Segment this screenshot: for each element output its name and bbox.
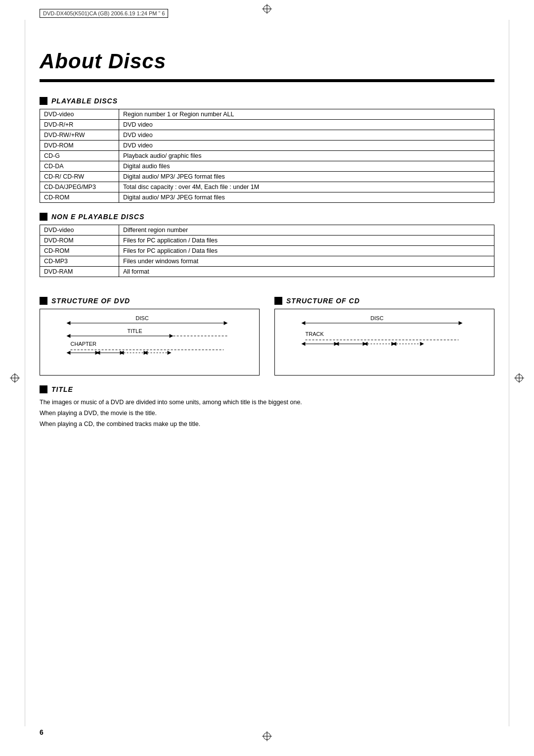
table-row: DVD-ROMFiles for PC application / Data f… — [40, 236, 494, 246]
reg-mark-right — [514, 373, 524, 383]
dvd-diagram-svg: DISC TITLE CHAPTER — [47, 313, 252, 368]
svg-marker-13 — [67, 321, 71, 325]
svg-marker-43 — [364, 342, 368, 346]
side-line-right — [509, 20, 509, 726]
disc-desc: Total disc capacity : over 4M, Each file… — [119, 182, 494, 192]
disc-desc: Files under windows format — [119, 256, 494, 267]
disc-desc: DVD video — [119, 130, 494, 141]
title-section-label: Title — [51, 385, 73, 393]
section-icon-dvd — [40, 297, 47, 305]
non-playable-discs-table: DVD-videoDifferent region numberDVD-ROMF… — [40, 225, 494, 277]
playable-discs-table: DVD-videoRegion number 1 or Region numbe… — [40, 109, 494, 203]
title-section-header: Title — [40, 385, 494, 393]
title-underline — [40, 79, 494, 82]
structure-cd-col: Structure Of Cd DISC TRACK — [274, 287, 494, 376]
cd-diagram-svg: DISC TRACK — [282, 313, 487, 368]
structure-cd-header: Structure Of Cd — [274, 297, 494, 305]
dvd-title-label: TITLE — [128, 328, 142, 334]
page: DVD-DX405(K501)CA (GB) 2006.6.19 1:24 PM… — [0, 0, 534, 756]
table-row: CD-DADigital audio files — [40, 161, 494, 172]
svg-marker-47 — [420, 342, 424, 346]
svg-marker-16 — [67, 334, 71, 338]
svg-marker-21 — [67, 351, 71, 355]
cd-disc-label: DISC — [370, 315, 383, 321]
table-row: DVD-ROMDVD video — [40, 141, 494, 151]
dvd-disc-label: DISC — [135, 315, 148, 321]
disc-type: DVD-RW/+RW — [40, 130, 119, 141]
reg-mark-bottom — [262, 731, 272, 741]
disc-type: DVD-ROM — [40, 236, 119, 246]
side-line-left — [25, 20, 25, 726]
table-row: CD-DA/JPEG/MP3Total disc capacity : over… — [40, 182, 494, 192]
table-row: CD-GPlayback audio/ graphic files — [40, 151, 494, 161]
non-playable-discs-label: Non e Playable Discs — [51, 213, 144, 221]
cd-diagram: DISC TRACK — [274, 309, 494, 376]
table-row: CD-ROMFiles for PC application / Data fi… — [40, 246, 494, 256]
structure-dvd-header: Structure Of Dvd — [40, 297, 260, 305]
disc-desc: Files for PC application / Data files — [119, 246, 494, 256]
table-row: CD-R/ CD-RWDigital audio/ MP3/ JPEG form… — [40, 172, 494, 182]
structure-dvd-label: Structure Of Dvd — [51, 297, 130, 305]
page-number: 6 — [40, 728, 44, 736]
playable-discs-header: Playable Discs — [40, 97, 494, 105]
svg-marker-14 — [224, 321, 228, 325]
disc-type: CD-R/ CD-RW — [40, 172, 119, 182]
disc-desc: Files for PC application / Data files — [119, 236, 494, 246]
section-icon-non-playable — [40, 213, 47, 221]
table-row: CD-ROMDigital audio/ MP3/ JPEG format fi… — [40, 192, 494, 203]
non-playable-discs-header: Non e Playable Discs — [40, 213, 494, 221]
table-row: DVD-videoRegion number 1 or Region numbe… — [40, 109, 494, 120]
disc-desc: Digital audio files — [119, 161, 494, 172]
dvd-diagram: DISC TITLE CHAPTER — [40, 309, 260, 376]
structure-dvd-col: Structure Of Dvd DISC TITLE — [40, 287, 260, 376]
disc-type: CD-DA/JPEG/MP3 — [40, 182, 119, 192]
section-icon-title — [40, 385, 47, 393]
svg-marker-37 — [302, 342, 306, 346]
disc-desc: DVD video — [119, 141, 494, 151]
reg-mark-top — [262, 4, 272, 14]
disc-type: CD-ROM — [40, 192, 119, 203]
cd-track-label: TRACK — [306, 331, 324, 337]
disc-desc: Region number 1 or Region number ALL — [119, 109, 494, 120]
playable-discs-label: Playable Discs — [51, 97, 118, 105]
svg-marker-46 — [393, 342, 397, 346]
disc-type: DVD-R/+R — [40, 120, 119, 130]
svg-marker-17 — [170, 334, 174, 338]
disc-type: CD-ROM — [40, 246, 119, 256]
table-row: DVD-R/+RDVD video — [40, 120, 494, 130]
table-row: DVD-videoDifferent region number — [40, 225, 494, 236]
disc-desc: DVD video — [119, 120, 494, 130]
svg-marker-33 — [302, 321, 306, 325]
doc-header: DVD-DX405(K501)CA (GB) 2006.6.19 1:24 PM… — [40, 9, 168, 18]
section-icon-cd — [274, 297, 282, 305]
disc-type: DVD-video — [40, 225, 119, 236]
svg-marker-31 — [168, 351, 172, 355]
title-body-text: The images or music of a DVD are divided… — [40, 397, 494, 429]
table-row: CD-MP3Files under windows format — [40, 256, 494, 267]
structure-cd-label: Structure Of Cd — [286, 297, 360, 305]
disc-type: DVD-RAM — [40, 267, 119, 277]
body-line: The images or music of a DVD are divided… — [40, 397, 494, 407]
disc-type: CD-MP3 — [40, 256, 119, 267]
disc-desc: Digital audio/ MP3/ JPEG format files — [119, 172, 494, 182]
disc-type: CD-DA — [40, 161, 119, 172]
disc-type: CD-G — [40, 151, 119, 161]
disc-type: DVD-ROM — [40, 141, 119, 151]
svg-marker-34 — [459, 321, 463, 325]
disc-desc: Playback audio/ graphic files — [119, 151, 494, 161]
svg-marker-24 — [96, 351, 100, 355]
table-row: DVD-RAMAll format — [40, 267, 494, 277]
structure-section: Structure Of Dvd DISC TITLE — [40, 287, 494, 376]
table-row: DVD-RW/+RWDVD video — [40, 130, 494, 141]
dvd-chapter-label: CHAPTER — [71, 341, 97, 347]
reg-mark-left — [10, 373, 20, 383]
disc-type: DVD-video — [40, 109, 119, 120]
disc-desc: Digital audio/ MP3/ JPEG format files — [119, 192, 494, 203]
svg-marker-40 — [335, 342, 339, 346]
body-line: When playing a DVD, the movie is the tit… — [40, 408, 494, 418]
section-icon-playable — [40, 97, 47, 105]
page-title: About Discs — [40, 49, 494, 73]
disc-desc: Different region number — [119, 225, 494, 236]
body-line: When playing a CD, the combined tracks m… — [40, 419, 494, 429]
disc-desc: All format — [119, 267, 494, 277]
